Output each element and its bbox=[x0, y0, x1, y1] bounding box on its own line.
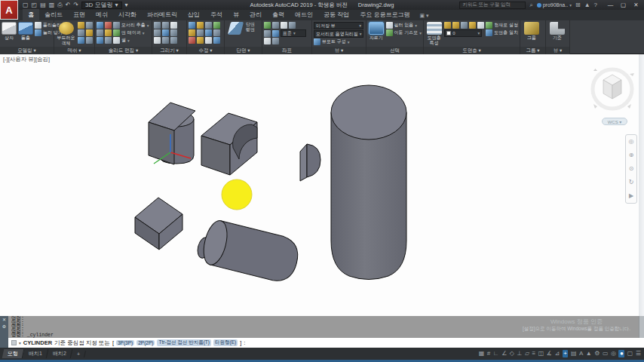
extract-edges-button[interactable]: 모서리 추출▾ bbox=[113, 22, 149, 29]
ucs-world-icon[interactable] bbox=[272, 22, 279, 29]
section-plane-button[interactable] bbox=[226, 22, 244, 35]
move-icon[interactable] bbox=[189, 22, 195, 29]
viewcube[interactable] bbox=[584, 65, 640, 125]
autocad-logo-icon[interactable]: A bbox=[0, 0, 18, 20]
line-icon[interactable] bbox=[154, 22, 161, 29]
ucs-3point-icon[interactable] bbox=[289, 22, 296, 29]
shell-button[interactable]: 쉘▾ bbox=[113, 37, 149, 44]
highlight-circle[interactable] bbox=[222, 179, 252, 210]
taper-faces-button[interactable]: 면 테이퍼▾ bbox=[113, 29, 149, 36]
layer-on-icon[interactable] bbox=[444, 22, 451, 29]
maximize-button[interactable]: ▢ bbox=[617, 2, 630, 8]
qat-customize-icon[interactable]: ▾ bbox=[125, 2, 128, 8]
solid-horizontal-cylinder[interactable] bbox=[195, 217, 302, 285]
tab-view[interactable]: 뷰 bbox=[228, 9, 244, 20]
ucs-face-icon[interactable] bbox=[272, 30, 279, 37]
command-history[interactable]: 명령: 명령: 명령: 명령: 명령: _cylinder bbox=[8, 316, 644, 338]
ucs-z-icon[interactable] bbox=[264, 30, 271, 37]
close-icon[interactable]: ✕ bbox=[2, 318, 6, 322]
layer-freeze-icon[interactable] bbox=[452, 22, 459, 29]
hatch-icon[interactable] bbox=[154, 37, 161, 44]
ucs-object-icon[interactable] bbox=[272, 38, 279, 44]
panel-label[interactable]: 선택 bbox=[366, 47, 423, 54]
culling-toggle-button[interactable]: 자르기 bbox=[368, 22, 385, 41]
command-option[interactable]: Ttr-접선 접선 반지름(T) bbox=[157, 339, 211, 346]
ortho-mode-icon[interactable]: ∟ bbox=[493, 350, 499, 357]
match-layer-button[interactable]: 도면층 일치 bbox=[486, 29, 518, 36]
arc-icon[interactable] bbox=[154, 29, 161, 36]
layer-off-icon[interactable] bbox=[477, 22, 484, 29]
panel-label[interactable]: 뷰 ▾ bbox=[312, 47, 366, 54]
grid-display-icon[interactable]: ▦ bbox=[479, 350, 485, 357]
annotation-visibility-icon[interactable]: A bbox=[579, 350, 583, 357]
drawing-area[interactable]: [-][사용자 뷰][숨김] bbox=[0, 54, 644, 316]
polar-tracking-icon[interactable]: ∠ bbox=[501, 350, 507, 357]
array-icon[interactable] bbox=[205, 37, 212, 44]
tab-mesh[interactable]: 메쉬 bbox=[90, 9, 113, 20]
intersect-icon[interactable] bbox=[97, 29, 103, 36]
mesh-tool-icon[interactable] bbox=[86, 37, 93, 44]
ucs-origin-icon[interactable] bbox=[281, 22, 287, 29]
clean-screen-icon[interactable]: ▢ bbox=[627, 350, 633, 357]
save-icon[interactable]: ▤ bbox=[40, 2, 46, 8]
ucs-named-dropdown[interactable]: 표준▾ bbox=[281, 29, 306, 37]
mesh-tool-icon[interactable] bbox=[78, 37, 84, 44]
panel-label[interactable]: 모델링 ▾ bbox=[0, 47, 54, 54]
solid-half-cylinder[interactable] bbox=[300, 144, 320, 181]
autodesk-exchange-icon[interactable]: ▲ bbox=[584, 2, 590, 8]
layer-isolate-icon[interactable] bbox=[469, 22, 476, 29]
workspace-dropdown[interactable]: 3D 모델링▾ bbox=[81, 2, 121, 9]
graphics-performance-icon[interactable]: ● bbox=[618, 350, 624, 357]
view-restore-dropdown[interactable]: 미저장 뷰▾ bbox=[314, 22, 363, 29]
ribbon-display-toggle-icon[interactable]: ▣ ▾ bbox=[419, 13, 428, 20]
offset-icon[interactable] bbox=[213, 29, 220, 36]
mesh-tool-icon[interactable] bbox=[78, 22, 84, 29]
redo-icon[interactable]: ↷ bbox=[73, 2, 78, 8]
command-option[interactable]: 3P(3P) bbox=[116, 340, 134, 345]
gizmo-dropdown[interactable]: 이동 기즈모▾ bbox=[386, 29, 422, 36]
union-icon[interactable] bbox=[97, 22, 103, 29]
smooth-object-button[interactable]: 부드러운 객체 bbox=[56, 22, 76, 45]
rotate-icon[interactable] bbox=[213, 22, 220, 29]
osnap-3d-icon[interactable]: ∡ bbox=[547, 350, 552, 357]
plot-icon[interactable]: ⎙ bbox=[57, 2, 62, 9]
zoom-icon[interactable]: ⊙ bbox=[629, 166, 634, 172]
wcs-dropdown[interactable]: WCS ▾ bbox=[602, 118, 627, 125]
solid-large-cylinder[interactable] bbox=[331, 85, 406, 280]
customization-icon[interactable]: ☰ bbox=[636, 350, 641, 357]
stretch-icon[interactable] bbox=[205, 22, 212, 29]
command-input[interactable]: ▾ CYLINDER 기준 중심점 지정 또는 [ 3P(3P) 2P(2P) … bbox=[8, 338, 644, 348]
tab-solid[interactable]: 솔리드 bbox=[39, 9, 68, 20]
help-icon[interactable]: ? bbox=[594, 2, 597, 8]
open-file-icon[interactable]: ◰ bbox=[32, 2, 38, 8]
panel-label[interactable]: 도면층 ▾ bbox=[424, 47, 520, 54]
tab-addins[interactable]: 애드인 bbox=[290, 9, 318, 20]
ellipse-icon[interactable] bbox=[170, 29, 177, 36]
panel-label[interactable]: 좌표 bbox=[262, 47, 311, 54]
tab-layout1[interactable]: 배치1 bbox=[23, 349, 48, 358]
solid-notched-box[interactable] bbox=[201, 113, 257, 175]
command-scrollbar[interactable] bbox=[639, 316, 644, 338]
viewport-controls[interactable]: [-][사용자 뷰][숨김] bbox=[3, 56, 50, 63]
annotation-monitor-icon[interactable]: ▭ bbox=[603, 350, 609, 357]
isolate-objects-icon[interactable]: ◎ bbox=[611, 350, 616, 357]
showmotion-icon[interactable]: ▶ bbox=[629, 193, 633, 199]
scale-icon[interactable] bbox=[213, 37, 220, 44]
mesh-tool-icon[interactable] bbox=[86, 29, 93, 36]
explode-icon[interactable] bbox=[197, 37, 204, 44]
solid-box-with-cylinder[interactable] bbox=[149, 103, 195, 164]
base-view-button[interactable]: 기준 bbox=[547, 22, 567, 41]
group-button[interactable]: 그룹 bbox=[522, 22, 541, 41]
tab-collaborate[interactable]: 공동 작업 bbox=[318, 9, 354, 20]
annotation-scale-icon[interactable]: ▲ bbox=[586, 350, 592, 357]
spline-icon[interactable] bbox=[162, 37, 169, 44]
interfere-icon[interactable] bbox=[97, 37, 103, 44]
pan-icon[interactable]: ⊕ bbox=[629, 152, 634, 158]
layer-properties-button[interactable]: 도면층 특성 bbox=[425, 22, 443, 45]
tab-visualize[interactable]: 시각화 bbox=[113, 9, 142, 20]
isodraft-icon[interactable]: ◇ bbox=[510, 350, 514, 357]
command-options-icon[interactable] bbox=[11, 340, 17, 345]
snap-mode-icon[interactable]: # bbox=[487, 350, 490, 357]
workspace-switching-icon[interactable]: ⚙ bbox=[594, 350, 600, 357]
recent-commands-icon[interactable]: ▾ bbox=[19, 341, 21, 345]
